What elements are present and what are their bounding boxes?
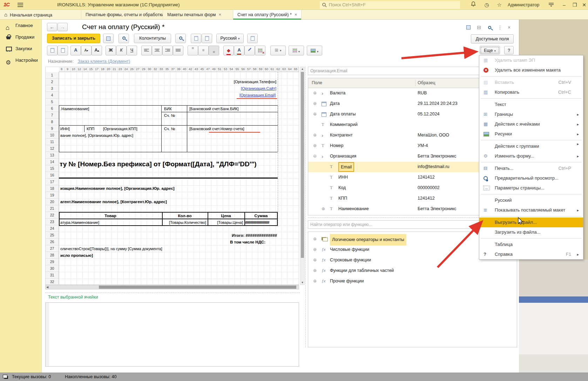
- splitter-vertical[interactable]: [305, 67, 306, 347]
- paste-style-button[interactable]: [202, 34, 212, 43]
- column-header[interactable]: 63: [281, 67, 287, 72]
- help-button[interactable]: ?: [504, 46, 514, 54]
- field-name[interactable]: Email: [338, 162, 354, 172]
- close-window-button[interactable]: ✕: [581, 1, 588, 9]
- sheet-cell[interactable]: [Банковский счет.Номер счета]: [189, 126, 244, 131]
- spreadsheet[interactable]: 8910121415171820212324262729303233353739…: [45, 67, 299, 285]
- column-header[interactable]: 35: [164, 67, 170, 72]
- function-group-row[interactable]: Прочие функции: [308, 276, 517, 287]
- row-header[interactable]: 8: [46, 119, 59, 125]
- row-header[interactable]: 30: [46, 265, 59, 272]
- column-header[interactable]: 51: [217, 67, 223, 72]
- row-header[interactable]: 1: [46, 72, 59, 79]
- menu-item[interactable]: [479, 215, 583, 218]
- column-header[interactable]: 17: [94, 67, 100, 72]
- menu-item[interactable]: Показывать поставляемый макет: [479, 205, 583, 215]
- sheet-cell[interactable]: [Организация.Телефон]: [116, 79, 276, 84]
- expand-icon[interactable]: [313, 109, 318, 119]
- column-headers[interactable]: 8910121415171820212324262729303233353739…: [59, 67, 299, 72]
- sheet-cell[interactable]: .Наименование]: [60, 106, 89, 111]
- purpose-link[interactable]: Заказ клиента (Документ): [77, 59, 130, 64]
- function-group-label[interactable]: Строковые функции: [330, 255, 371, 265]
- sheet-cell[interactable]: КПП: [87, 126, 94, 131]
- row-header[interactable]: 24: [46, 225, 59, 232]
- column-header[interactable]: 23: [117, 67, 123, 72]
- menu-item[interactable]: [479, 161, 583, 163]
- field-column-header[interactable]: Поле: [312, 78, 322, 88]
- column-header[interactable]: 39: [176, 67, 182, 72]
- fill-color-button[interactable]: ◆: [223, 46, 234, 55]
- cells-merge-dropdown[interactable]: ▾: [289, 46, 304, 55]
- column-header[interactable]: 30: [147, 67, 153, 72]
- sheet-vertical-scrollbar[interactable]: ▲▼: [300, 67, 305, 285]
- column-header[interactable]: 57: [246, 67, 252, 72]
- find-button[interactable]: [175, 34, 186, 43]
- column-header[interactable]: 43: [194, 67, 200, 72]
- row-header[interactable]: 32: [46, 279, 59, 285]
- layout-mode-button[interactable]: [247, 34, 258, 43]
- expand-icon[interactable]: [313, 88, 318, 98]
- font-decrease-button[interactable]: A▾: [81, 46, 92, 55]
- menu-item[interactable]: Удалить все изменения макета: [479, 65, 583, 75]
- row-header[interactable]: 20: [46, 199, 59, 205]
- service-settings-icon[interactable]: [547, 1, 555, 8]
- column-header[interactable]: 29: [141, 67, 147, 72]
- tab-close-icon[interactable]: ×: [218, 12, 221, 17]
- column-header[interactable]: 53: [223, 67, 229, 72]
- tab[interactable]: Счет на оплату (Русский) *×: [233, 10, 302, 20]
- sheet-cell[interactable]: [Товары.Цена]: [208, 220, 243, 225]
- sheet-cell[interactable]: В том числе НДС:: [151, 240, 265, 245]
- column-header[interactable]: 9: [65, 67, 71, 72]
- menu-item[interactable]: [479, 75, 583, 78]
- language-select[interactable]: Русский▾: [216, 34, 244, 43]
- column-header[interactable]: 58: [252, 67, 258, 72]
- main-menu-icon[interactable]: [18, 3, 23, 7]
- column-header[interactable]: 49: [211, 67, 217, 72]
- pen-style-button[interactable]: [244, 46, 255, 55]
- row-header[interactable]: 9: [46, 125, 59, 132]
- borders-dropdown[interactable]: ⊞▾: [270, 46, 286, 55]
- font-button[interactable]: A: [70, 46, 81, 55]
- column-header[interactable]: 65: [293, 67, 299, 72]
- row-header[interactable]: 19: [46, 192, 59, 199]
- row-header[interactable]: 5: [46, 99, 59, 105]
- column-header[interactable]: 15: [88, 67, 94, 72]
- tab[interactable]: Макеты печатных форм×: [163, 10, 233, 20]
- sheet-cell[interactable]: ИНН]: [60, 126, 70, 131]
- column-header[interactable]: 33: [158, 67, 164, 72]
- sheet-cell[interactable]: [Организация.Сайт]: [116, 86, 276, 91]
- row-header[interactable]: 27: [46, 245, 59, 252]
- menu-item[interactable]: [479, 139, 583, 141]
- field-name[interactable]: КПП: [338, 193, 347, 203]
- headers-footers-button[interactable]: Колонтитулы: [134, 34, 171, 43]
- function-group-label[interactable]: Функции для табличных частей: [330, 266, 394, 276]
- menu-item[interactable]: Действия с группами: [479, 141, 583, 151]
- sheet-cell[interactable]: Сумма: [244, 213, 278, 218]
- underline-button[interactable]: Ч: [127, 46, 137, 55]
- column-header[interactable]: 42: [188, 67, 194, 72]
- italic-button[interactable]: К: [116, 46, 127, 55]
- field-name[interactable]: Дата оплаты: [330, 109, 356, 119]
- menu-item[interactable]: Изменить форму...: [479, 151, 583, 161]
- column-header[interactable]: 8: [59, 67, 65, 72]
- menu-item[interactable]: Загрузить из файла...: [479, 227, 583, 237]
- column-header[interactable]: 18: [100, 67, 106, 72]
- column-header[interactable]: 64: [287, 67, 293, 72]
- row-header[interactable]: 26: [46, 239, 59, 245]
- clear-cells-button[interactable]: ×: [255, 46, 265, 55]
- forward-button[interactable]: →: [58, 23, 68, 31]
- favorites-star-icon[interactable]: ☆: [495, 1, 503, 8]
- row-header[interactable]: 25: [46, 232, 59, 239]
- align-center-button[interactable]: [152, 46, 162, 55]
- field-name[interactable]: Организация: [330, 151, 356, 161]
- menu-item[interactable]: [479, 97, 583, 100]
- menu-item[interactable]: Русский: [479, 195, 583, 205]
- font-increase-button[interactable]: A▴: [92, 46, 102, 55]
- close-form-icon[interactable]: ×: [505, 24, 513, 31]
- field-name[interactable]: Наименование: [338, 204, 369, 214]
- sheet-cell[interactable]: БИК: [164, 106, 172, 111]
- sidebar-item[interactable]: Главное: [0, 20, 41, 31]
- save-and-close-button[interactable]: Записать и закрыть: [47, 34, 100, 43]
- row-headers[interactable]: 1234567891011121314151617181920212223242…: [46, 72, 59, 285]
- sheet-cell[interactable]: оличествоСтрок([Товары])], на сумму [Сум…: [60, 246, 162, 251]
